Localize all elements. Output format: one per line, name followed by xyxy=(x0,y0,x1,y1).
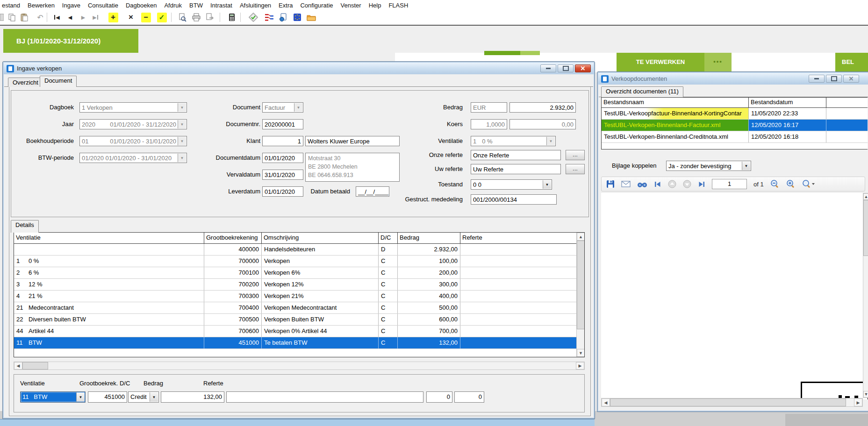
save-icon[interactable] xyxy=(606,180,615,188)
print-icon[interactable] xyxy=(191,12,202,23)
editor-bedrag-field[interactable]: 132,00 xyxy=(161,391,224,403)
scrollbar-thumb[interactable] xyxy=(863,200,868,256)
chevron-down-icon[interactable]: ▼ xyxy=(178,120,186,128)
uw-referte-field[interactable]: Uw Referte xyxy=(471,164,561,174)
menu-item-flash[interactable]: FLASH xyxy=(385,2,412,9)
uw-referte-browse-button[interactable]: ... xyxy=(566,164,585,174)
menu-item-configuratie[interactable]: Configuratie xyxy=(296,2,337,9)
scrollbar-thumb[interactable] xyxy=(577,241,585,329)
vervaldatum-field[interactable]: 31/01/2020 xyxy=(262,170,303,180)
fiscal-year-tab[interactable]: BJ (1/01/2020-31/12/2020) xyxy=(3,29,138,53)
menu-item-help[interactable]: Help xyxy=(365,2,385,9)
search-binoculars-icon[interactable] xyxy=(637,181,647,188)
nav-last-icon[interactable]: ▶ xyxy=(90,12,101,23)
folder-icon[interactable] xyxy=(306,12,317,23)
koers-field[interactable]: 1,0000 xyxy=(471,119,507,129)
column-header[interactable] xyxy=(826,98,868,107)
editor-referte-field[interactable] xyxy=(226,391,423,403)
scroll-left-icon[interactable]: ◀ xyxy=(602,398,610,406)
scroll-down-icon[interactable]: ▼ xyxy=(577,349,585,357)
jaar-combo[interactable]: 202001/01/2020 - 31/12/2020▼ xyxy=(79,119,187,129)
menu-item-consultatie[interactable]: Consultatie xyxy=(84,2,122,9)
menu-item-intrastat[interactable]: Intrastat xyxy=(207,2,236,9)
documentnr-field[interactable]: 202000001 xyxy=(262,119,303,129)
btw-periode-combo[interactable]: 01/2020 01/01/2020 - 31/01/2020▼ xyxy=(79,153,187,163)
koers2-field[interactable]: 0,00 xyxy=(509,119,576,129)
details-table-row[interactable]: 10 %700000VerkopenC100,00 xyxy=(14,256,584,267)
details-table-row[interactable]: 400000HandelsdebiteurenD2.932,00 xyxy=(14,244,584,256)
details-vertical-scrollbar[interactable]: ▲ ▼ xyxy=(576,233,584,357)
documentdatum-field[interactable]: 01/01/2020 xyxy=(262,153,303,163)
previous-page-icon[interactable] xyxy=(668,180,676,188)
email-icon[interactable] xyxy=(621,181,631,187)
document-viewer[interactable] xyxy=(601,193,863,398)
editor-extra2-field[interactable]: 0 xyxy=(454,391,484,403)
onze-referte-browse-button[interactable]: ... xyxy=(566,150,585,160)
column-header[interactable]: Grootboekrekening xyxy=(204,233,262,243)
valuta-field[interactable]: EUR xyxy=(471,102,507,113)
column-header[interactable]: Omschrijving xyxy=(262,233,379,243)
page-number-field[interactable]: 1 xyxy=(712,179,747,189)
tab-document[interactable]: Document xyxy=(40,76,77,87)
copy-icon[interactable] xyxy=(7,12,18,23)
menu-item-ingave[interactable]: Ingave xyxy=(58,2,84,9)
chevron-down-icon[interactable]: ▼ xyxy=(546,137,555,145)
docs-window-titlebar[interactable]: Verkoopdocumenten ✕ xyxy=(598,73,868,85)
chevron-down-icon[interactable]: ▼ xyxy=(150,392,158,402)
tab-overzicht[interactable]: Overzicht xyxy=(8,78,43,87)
scrollbar-thumb[interactable] xyxy=(610,398,846,406)
editor-extra1-field[interactable]: 0 xyxy=(426,391,452,403)
chevron-down-icon[interactable]: ▼ xyxy=(294,103,302,112)
scroll-right-icon[interactable]: ▶ xyxy=(854,398,862,406)
chevron-down-icon[interactable]: ▼ xyxy=(742,162,750,170)
scroll-up-icon[interactable]: ▲ xyxy=(577,233,585,241)
export-icon[interactable] xyxy=(205,12,216,23)
maximize-button[interactable] xyxy=(558,64,574,72)
maximize-button[interactable] xyxy=(826,75,842,83)
minimize-button[interactable] xyxy=(540,64,556,72)
chevron-down-icon[interactable]: ▼ xyxy=(178,137,186,145)
scroll-right-icon[interactable]: ▶ xyxy=(576,362,584,369)
details-table-row[interactable]: 26 %700100Verkopen 6%C200,00 xyxy=(14,267,584,279)
klant-name-field[interactable]: Wolters Kluwer Europe xyxy=(305,136,400,146)
next-page-icon[interactable] xyxy=(683,180,691,188)
document-type-combo[interactable]: Factuur▼ xyxy=(262,102,303,113)
undo-icon[interactable]: ↶ xyxy=(35,12,46,23)
menu-item-dagboeken[interactable]: Dagboeken xyxy=(122,2,161,9)
document-row[interactable]: TestUBL-Verkopen-Binnenland-Factuur.xml1… xyxy=(602,120,868,131)
details-horizontal-scrollbar[interactable]: ◀ ▶ xyxy=(14,362,585,370)
bijlage-koppelen-combo[interactable]: Ja - zonder bevestiging▼ xyxy=(666,161,751,171)
menu-item-afdruk[interactable]: Afdruk xyxy=(160,2,186,9)
document-link-icon[interactable] xyxy=(278,12,289,23)
menu-item-afsluitingen[interactable]: Afsluitingen xyxy=(236,2,275,9)
ventilatie-combo[interactable]: 10 %▼ xyxy=(471,136,556,146)
add-record-icon[interactable]: + xyxy=(108,12,119,23)
column-header[interactable]: Bestandsdatum xyxy=(749,98,826,107)
document-row[interactable]: TestUBL-Verkoopfactuur-Binnenland-Kortin… xyxy=(602,108,868,120)
calculator-icon[interactable] xyxy=(226,12,237,23)
close-button[interactable]: ✕ xyxy=(575,64,591,72)
confirm-icon[interactable]: ✓ xyxy=(156,12,167,23)
nav-first-icon[interactable]: ◀ xyxy=(51,12,63,23)
toestand-combo[interactable]: 0 0▼ xyxy=(471,179,552,190)
column-header[interactable]: Bestandsnaam xyxy=(602,98,749,107)
menu-item-bewerken[interactable]: Bewerken xyxy=(24,2,58,9)
remove-line-icon[interactable]: − xyxy=(140,12,151,23)
chevron-down-icon[interactable]: ▼ xyxy=(178,154,186,162)
match-entries-icon[interactable] xyxy=(264,12,275,23)
column-header[interactable]: Bedrag xyxy=(398,233,460,243)
chevron-down-icon[interactable]: ▼ xyxy=(543,180,551,189)
column-header[interactable]: Referte xyxy=(460,233,584,243)
menu-item-btw[interactable]: BTW xyxy=(186,2,207,9)
column-header[interactable]: D/C xyxy=(379,233,398,243)
details-table-row[interactable]: 22Diversen buiten BTW700500Verkopen Buit… xyxy=(14,314,584,326)
menu-item-extra[interactable]: Extra xyxy=(275,2,296,9)
boekhoudperiode-combo[interactable]: 0101/01/2020 - 31/01/2020▼ xyxy=(79,136,187,146)
menu-item-estand[interactable]: estand xyxy=(0,2,24,9)
scrollbar-thumb[interactable] xyxy=(22,362,48,369)
te-verwerken-more-button[interactable]: ••• xyxy=(704,53,732,71)
zoom-in-icon[interactable] xyxy=(786,179,796,189)
datum-betaald-field[interactable]: __/__/____ xyxy=(356,186,389,197)
viewer-horizontal-scrollbar[interactable]: ◀ ▶ xyxy=(601,398,863,407)
details-table-row[interactable]: 21Medecontractant700400Verkopen Medecont… xyxy=(14,302,584,314)
